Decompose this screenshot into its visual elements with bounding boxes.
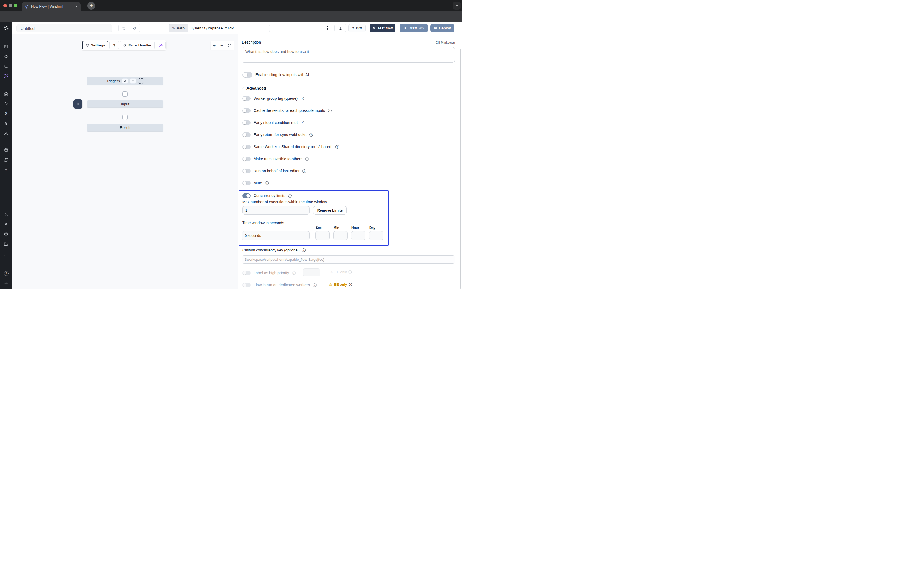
sidebar-item-logs[interactable] — [3, 251, 9, 257]
remove-limits-button[interactable]: Remove Limits — [313, 206, 347, 214]
close-window-button[interactable] — [3, 4, 7, 7]
high-priority-input[interactable] — [303, 268, 320, 276]
flow-settings-button[interactable]: Settings — [82, 41, 108, 50]
result-node[interactable]: Result — [87, 124, 163, 131]
info-icon[interactable]: i — [292, 271, 296, 275]
worker-group-toggle[interactable] — [242, 96, 250, 101]
max-executions-label: Max number of executions within the time… — [242, 200, 327, 204]
time-window-input[interactable] — [242, 231, 310, 240]
zoom-window-button[interactable] — [14, 4, 17, 7]
high-priority-toggle[interactable] — [242, 271, 250, 275]
sidebar-item-search[interactable] — [3, 63, 9, 69]
early-stop-toggle[interactable] — [242, 120, 250, 125]
info-icon[interactable]: i — [348, 270, 352, 274]
docs-button[interactable] — [334, 24, 346, 32]
same-worker-toggle[interactable] — [242, 145, 250, 149]
info-icon[interactable]: i — [265, 181, 269, 185]
flow-name-input[interactable] — [16, 24, 112, 32]
sidebar-item-workspace[interactable] — [3, 43, 9, 50]
run-on-behalf-toggle[interactable] — [242, 169, 250, 173]
add-trigger-button[interactable] — [138, 78, 144, 84]
hour-input[interactable] — [351, 231, 365, 240]
sidebar-item-runs[interactable] — [3, 100, 9, 107]
run-input-button[interactable] — [73, 100, 82, 108]
sidebar-item-settings[interactable] — [3, 221, 9, 227]
dedicated-workers-toggle[interactable] — [242, 283, 250, 287]
test-flow-button[interactable]: Test flow — [370, 24, 396, 32]
day-input[interactable] — [369, 231, 383, 240]
input-node[interactable]: Input — [87, 100, 163, 108]
description-textarea[interactable] — [242, 47, 455, 63]
concurrency-toggle-row: Concurrency limits i — [242, 193, 292, 198]
fit-view-icon[interactable] — [228, 44, 231, 48]
info-icon[interactable]: i — [302, 248, 305, 252]
redo-button[interactable] — [129, 24, 140, 32]
info-icon[interactable]: i — [349, 283, 352, 286]
sidebar-collapse-button[interactable] — [3, 280, 9, 286]
webhook-icon — [123, 79, 127, 83]
tab-search-button[interactable] — [453, 2, 461, 10]
toggle-row-early-return: Early return for sync webhooks i — [242, 132, 313, 137]
webhook-trigger-button[interactable] — [122, 78, 128, 84]
advanced-section-header[interactable]: Advanced — [241, 86, 266, 90]
max-executions-input[interactable] — [242, 206, 310, 214]
sidebar-item-flows[interactable] — [3, 156, 9, 163]
sidebar-item-workers[interactable] — [3, 231, 9, 237]
draft-button[interactable]: Draft ⌘S — [400, 24, 428, 32]
info-icon[interactable]: i — [302, 169, 306, 173]
browser-tab[interactable]: New Flow | Windmill — [22, 2, 81, 11]
zoom-in-button[interactable]: + — [213, 43, 216, 48]
minimize-window-button[interactable] — [8, 4, 12, 7]
sidebar-item-create[interactable]: + — [3, 166, 9, 173]
cache-results-toggle[interactable] — [242, 108, 250, 113]
insert-step-button[interactable] — [123, 92, 128, 97]
deploy-button[interactable]: Deploy — [430, 24, 454, 32]
info-icon[interactable]: i — [328, 109, 332, 112]
sidebar-item-resources[interactable] — [3, 120, 9, 127]
ai-inputs-toggle[interactable] — [242, 72, 252, 78]
sidebar-item-help[interactable]: ? — [3, 270, 9, 277]
sidebar-item-home[interactable] — [3, 90, 9, 97]
zoom-out-button[interactable]: − — [220, 43, 223, 48]
sidebar-item-variables[interactable]: $ — [3, 110, 9, 117]
info-icon[interactable]: i — [336, 145, 339, 149]
sec-input[interactable] — [315, 231, 330, 240]
info-icon[interactable]: i — [300, 97, 304, 100]
markdown-hint: GH Markdown — [400, 41, 455, 44]
resize-handle-icon[interactable] — [451, 59, 454, 62]
sidebar-item-folders[interactable] — [3, 241, 9, 247]
insert-step-button[interactable] — [123, 114, 128, 120]
concurrency-limits-toggle[interactable] — [242, 193, 250, 198]
info-icon[interactable]: i — [313, 283, 317, 287]
magic-wand-icon — [159, 43, 163, 47]
sidebar-item-ai[interactable] — [3, 73, 9, 79]
mute-toggle[interactable] — [242, 181, 250, 185]
early-return-toggle[interactable] — [242, 132, 250, 137]
sidebar-item-user[interactable] — [3, 211, 9, 218]
flow-variables-button[interactable]: $ — [110, 41, 119, 50]
diff-button[interactable]: ± Diff — [349, 24, 366, 32]
info-icon[interactable]: i — [309, 133, 313, 137]
custom-key-input[interactable] — [242, 255, 455, 264]
close-tab-icon[interactable] — [75, 5, 78, 8]
day-label: Day — [369, 226, 375, 230]
toggle-row-cache-results: Cache the results for each possible inpu… — [242, 108, 332, 113]
sidebar-item-schedules[interactable] — [3, 147, 9, 153]
panel-scrollbar[interactable] — [460, 49, 461, 288]
info-icon[interactable]: i — [300, 121, 304, 124]
flow-path-input[interactable] — [188, 24, 270, 32]
new-tab-button[interactable]: + — [87, 2, 95, 10]
info-icon[interactable]: i — [288, 194, 292, 198]
min-input[interactable] — [333, 231, 347, 240]
info-icon[interactable]: i — [305, 157, 309, 161]
ai-assistant-button[interactable] — [156, 41, 166, 50]
invisible-runs-toggle[interactable] — [242, 156, 250, 161]
triggers-node[interactable]: Triggers — [87, 77, 163, 85]
error-handler-button[interactable]: Error Handler — [120, 41, 155, 50]
ee-only-badge-disabled: ⚠ EE only i — [330, 270, 352, 274]
undo-button[interactable] — [118, 24, 129, 32]
email-trigger-button[interactable] — [130, 78, 136, 84]
sidebar-item-favorites[interactable] — [3, 53, 9, 60]
sidebar-item-pyramid[interactable] — [3, 131, 9, 137]
more-options-button[interactable] — [325, 25, 330, 31]
